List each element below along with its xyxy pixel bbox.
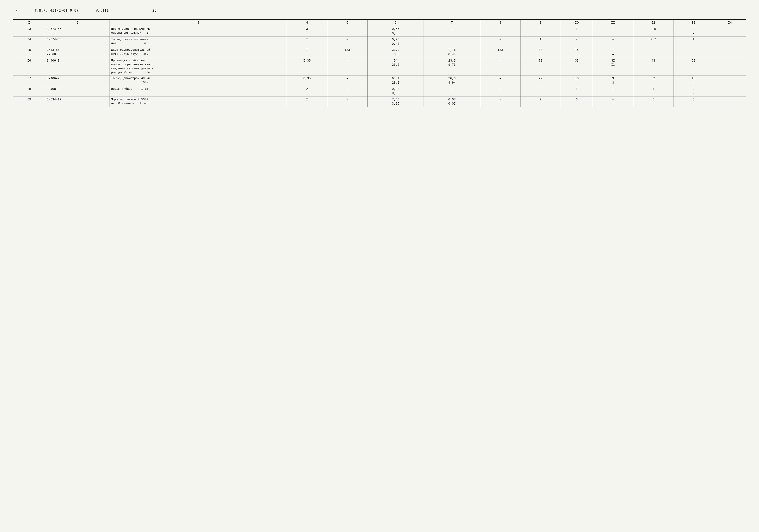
row-I8-col13: 2– [673, 86, 714, 97]
row-I6-col10: 3I [561, 58, 593, 75]
row-I3-col13: 2– [673, 26, 714, 37]
row-I5-col5: I33 [327, 47, 368, 58]
row-I3-col7: – [424, 26, 480, 37]
row-I6-col1: I6 [13, 58, 45, 75]
main-table-container: I 2 3 4 5 6 7 8 9 IO II I2 I3 I4 I3 8–57… [13, 19, 746, 107]
row-I3-col1: I3 [13, 26, 45, 37]
row-I4-col10: – [561, 37, 593, 47]
col-header-6: 6 [368, 20, 424, 26]
row-I5-col11: I– [593, 47, 633, 58]
row-I3-col12: 0,5 [633, 26, 673, 37]
row-I9-col4: I [287, 97, 327, 107]
row-I9-col9: 7 [520, 97, 561, 107]
row-I9-col13: 5– [673, 97, 714, 107]
row-I6-col7: 23,I 9,73 [424, 58, 480, 75]
col-header-11: II [593, 20, 633, 26]
col-header-12: I2 [633, 20, 673, 26]
row-I4-col3: То же, поста управле– ния шт. [110, 37, 287, 47]
row-I7-col6: 64,I 28,I [368, 75, 424, 86]
row-I3-col4: 3 [287, 26, 327, 37]
row-I6-col5: – [327, 58, 368, 75]
row-I9-col1: I9 [13, 97, 45, 107]
row-I4-col6: 0,78 0,46 [368, 37, 424, 47]
row-I8-col2: 8–408–3 [45, 86, 110, 97]
row-I4-col4: I [287, 37, 327, 47]
row-I6-col4: I,35 [287, 58, 327, 75]
row-I7-col13: I8– [673, 75, 714, 86]
col-header-2: 2 [45, 20, 110, 26]
row-I9-col2: 8–534–I7 [45, 97, 110, 107]
row-I5-col7: I,I6 0,44 [424, 47, 480, 58]
row-I6-col2: 8–406–I [45, 58, 110, 75]
col-header-7: 7 [424, 20, 480, 26]
row-I5-col14 [714, 47, 746, 58]
table-row: I8 8–408–3 Вводы гибкие I шт. 2 – 0,83 0… [13, 86, 746, 97]
row-I6-col9: 73 [520, 58, 561, 75]
header-title: Т.П.Р. 4II-I-0I46.87 [34, 9, 79, 13]
table-row: I6 8–406–I Прокладка трубопро– водов с к… [13, 58, 746, 75]
row-I4-col9: I [520, 37, 561, 47]
row-I4-col2: 8–574–48 [45, 37, 110, 47]
table-row: I5 СКI3–84 2–560 Шкаф распределительный … [13, 47, 746, 58]
row-I9-col10: 3 [561, 97, 593, 107]
row-I9-col14 [714, 97, 746, 107]
page-header: ┌ Т.П.Р. 4II-I-0I46.87 Ал.III 28 [13, 9, 746, 13]
col-header-5: 5 [327, 20, 368, 26]
table-row: I4 8–574–48 То же, поста управле– ния шт… [13, 37, 746, 47]
row-I6-col11: 3II3 [593, 58, 633, 75]
row-I7-col11: 93 [593, 75, 633, 86]
corner-mark: ┌ [15, 9, 17, 13]
row-I3-col8: – [480, 26, 520, 37]
row-I8-col11: – [593, 86, 633, 97]
row-I4-col7 [424, 37, 480, 47]
row-I7-col9: 22 [520, 75, 561, 86]
row-I6-col12: 43 [633, 58, 673, 75]
row-I3-col5: – [327, 26, 368, 37]
main-table: I 2 3 4 5 6 7 8 9 IO II I2 I3 I4 I3 8–57… [13, 20, 746, 107]
row-I8-col6: 0,83 0,32 [368, 86, 424, 97]
row-I3-col9: 2 [520, 26, 561, 37]
table-row: I3 8–574–56 Подготовка к включению сирен… [13, 26, 746, 37]
row-I7-col10: IO [561, 75, 593, 86]
row-I7-col4: 0,35 [287, 75, 327, 86]
row-I6-col13: 58– [673, 58, 714, 75]
row-I7-col8: – [480, 75, 520, 86]
row-I8-col10: I [561, 86, 593, 97]
row-I8-col9: 2 [520, 86, 561, 97]
row-I5-col4: I [287, 47, 327, 58]
row-I6-col8: – [480, 58, 520, 75]
row-I4-col14 [714, 37, 746, 47]
row-I8-col14 [714, 86, 746, 97]
row-I9-col5: – [327, 97, 368, 107]
row-I8-col7: – [424, 86, 480, 97]
row-I6-col6: 54 23,2 [368, 58, 424, 75]
row-I9-col11: – [593, 97, 633, 107]
row-I5-col9: 33 [520, 47, 561, 58]
row-I7-col3: То же, диаметром 40 мм I00м [110, 75, 287, 86]
row-I8-col1: I8 [13, 86, 45, 97]
row-I8-col8: – [480, 86, 520, 97]
row-I5-col6: 33,9 I3,5 [368, 47, 424, 58]
row-I8-col3: Вводы гибкие I шт. [110, 86, 287, 97]
col-header-4: 4 [287, 20, 327, 26]
col-header-13: I3 [673, 20, 714, 26]
row-I3-col2: 8–574–56 [45, 26, 110, 37]
table-row: I7 8–406–2 То же, диаметром 40 мм I00м 0… [13, 75, 746, 86]
row-I7-col7: 26,6 9,94 [424, 75, 480, 86]
row-I7-col12: 52 [633, 75, 673, 86]
row-I4-col11: – [593, 37, 633, 47]
row-I5-col13: – [673, 47, 714, 58]
row-I4-col12: 0,7 [633, 37, 673, 47]
row-I5-col1: I5 [13, 47, 45, 58]
row-I9-col12: 5 [633, 97, 673, 107]
row-I8-col12: I [633, 86, 673, 97]
col-header-9: 9 [520, 20, 561, 26]
row-I8-col5: – [327, 86, 368, 97]
row-I9-col3: Ящик протяжной Я 5002 на 50 зажимов I шт… [110, 97, 287, 107]
col-header-14: I4 [714, 20, 746, 26]
row-I3-col11: – [593, 26, 633, 37]
row-I4-col8: – [480, 37, 520, 47]
row-I5-col10: I4 [561, 47, 593, 58]
row-I5-col2: СКI3–84 2–560 [45, 47, 110, 58]
col-header-1: I [13, 20, 45, 26]
